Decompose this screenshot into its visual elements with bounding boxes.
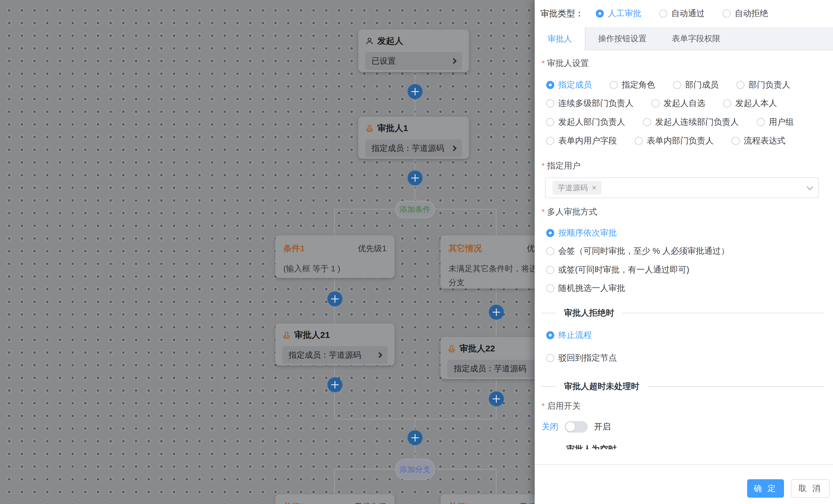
confirm-button[interactable]: 确 定 (747, 479, 784, 498)
chevron-right-icon (451, 146, 457, 151)
add-node-button[interactable] (408, 84, 423, 99)
node-parallel2-title: 并行2 (449, 501, 470, 504)
connector (334, 469, 335, 494)
radio-icon (757, 118, 765, 126)
radio-icon (546, 81, 554, 89)
node-approver21-title: 审批人21 (294, 329, 330, 341)
node-condition1-summary: (输入框 等于 1 ) (283, 262, 386, 276)
radio-initiator-dept-leader[interactable]: 发起人部门负责人 (546, 116, 625, 128)
node-condition1-priority: 优先级1 (358, 243, 386, 254)
user-tag: 芋道源码 × (552, 181, 601, 195)
radio-icon (546, 247, 554, 255)
radio-icon (732, 137, 740, 145)
radio-random-one[interactable]: 随机挑选一人审批 (546, 281, 625, 296)
radio-icon (546, 284, 554, 292)
radio-icon (546, 99, 554, 107)
node-config-drawer: 审批类型： 人工审批 自动通过 自动拒绝 审批人 操作按钮设置 表单字段权限 *… (535, 0, 833, 504)
radio-icon (546, 354, 554, 362)
node-start-summary[interactable]: 已设置 (365, 52, 462, 70)
empty-approver-section-partial: 审批人为空时 (542, 443, 824, 449)
node-parallel1-priority: 无优先级 (354, 501, 386, 504)
radio-assigned-member[interactable]: 指定成员 (546, 79, 592, 91)
radio-sequential-approve[interactable]: 按顺序依次审批 (546, 226, 617, 240)
stamp-icon (447, 345, 456, 353)
radio-icon (651, 99, 660, 107)
add-node-button[interactable] (408, 171, 423, 185)
tab-form-field-perms[interactable]: 表单字段权限 (659, 27, 733, 50)
radio-countersign[interactable]: 会签（可同时审批，至少 % 人必须审批通过） (546, 244, 729, 258)
approval-flow-designer: 发起人 已设置 审批人1 指定成员：芋道源码 添加条件 (0, 0, 833, 504)
radio-manual-approve[interactable]: 人工审批 (596, 8, 641, 19)
node-approver1-summary[interactable]: 指定成员：芋道源码 (365, 140, 462, 157)
radio-icon (546, 118, 554, 126)
radio-form-user-field[interactable]: 表单内用户字段 (546, 135, 617, 147)
radio-auto-reject[interactable]: 自动拒绝 (722, 8, 768, 19)
radio-form-dept-leader[interactable]: 表单内部门负责人 (635, 135, 714, 147)
node-condition-other-title: 其它情况 (449, 243, 482, 254)
radio-icon (546, 137, 554, 145)
node-start-title: 发起人 (377, 35, 403, 47)
enable-switch-label: *启用开关 (542, 400, 580, 412)
radio-icon (659, 9, 667, 18)
approver-setting-row4: 表单内用户字段 表单内部门负责人 流程表达式 (546, 134, 785, 148)
stamp-icon (282, 331, 291, 339)
add-condition-button[interactable]: 添加条件 (395, 201, 435, 218)
drawer-footer: 确 定 取 消 (535, 464, 833, 504)
radio-icon (546, 229, 554, 237)
assign-user-select[interactable]: 芋道源码 × (545, 177, 819, 198)
connector (496, 469, 497, 494)
add-node-button[interactable] (489, 392, 504, 406)
tag-close-icon[interactable]: × (592, 183, 596, 193)
user-icon (365, 37, 374, 46)
switch-on-label: 开启 (594, 421, 611, 433)
radio-icon (722, 9, 731, 18)
tab-approver[interactable]: 审批人 (535, 27, 586, 51)
radio-auto-pass[interactable]: 自动通过 (659, 8, 705, 19)
add-node-button[interactable] (328, 377, 342, 392)
node-parallel1[interactable]: 并行1 无优先级 (275, 494, 395, 504)
radio-icon (736, 81, 744, 89)
radio-dept-member[interactable]: 部门成员 (673, 79, 719, 91)
radio-user-group[interactable]: 用户组 (757, 116, 794, 128)
tab-button-settings[interactable]: 操作按钮设置 (586, 27, 659, 50)
radio-return-to-node[interactable]: 驳回到指定节点 (546, 351, 617, 365)
timeout-switch-row: 关闭 开启 (542, 419, 611, 435)
add-node-button[interactable] (328, 292, 342, 306)
radio-terminate-process[interactable]: 终止流程 (546, 328, 592, 343)
node-condition1-title: 条件1 (283, 243, 305, 254)
radio-orsign[interactable]: 或签(可同时审批，有一人通过即可) (546, 263, 689, 277)
add-branch-button[interactable]: 添加分支 (395, 459, 435, 480)
approver-setting-label: *审批人设置 (542, 58, 589, 69)
approver-setting-row2: 连续多级部门负责人 发起人自选 发起人本人 (546, 96, 777, 110)
approver-setting-row3: 发起人部门负责人 发起人连续部门负责人 用户组 (546, 115, 794, 129)
chevron-right-icon (376, 352, 382, 358)
radio-assigned-role[interactable]: 指定角色 (610, 79, 655, 91)
radio-initiator-multi-dept-leader[interactable]: 发起人连续部门负责人 (643, 116, 739, 128)
radio-icon (596, 9, 604, 18)
radio-process-expression[interactable]: 流程表达式 (732, 135, 785, 147)
add-node-button[interactable] (408, 430, 423, 445)
reject-section-divider: 审批人拒绝时 (542, 306, 824, 320)
connector (334, 419, 497, 420)
approval-type-label: 审批类型： (541, 8, 584, 20)
radio-icon (723, 99, 731, 107)
switch-off-label: 关闭 (542, 421, 558, 433)
timeout-toggle[interactable] (565, 421, 588, 433)
node-approver1[interactable]: 审批人1 指定成员：芋道源码 (358, 117, 469, 159)
timeout-section-title: 审批人超时未处理时 (564, 381, 639, 392)
config-tabs: 审批人 操作按钮设置 表单字段权限 (535, 27, 833, 50)
cancel-button[interactable]: 取 消 (791, 479, 830, 498)
timeout-section-divider: 审批人超时未处理时 (542, 379, 824, 394)
node-condition1[interactable]: 条件1 优先级1 (输入框 等于 1 ) (275, 235, 395, 278)
radio-multi-level-dept-leader[interactable]: 连续多级部门负责人 (546, 98, 634, 109)
add-node-button[interactable] (489, 305, 504, 320)
radio-initiator-select[interactable]: 发起人自选 (651, 98, 705, 109)
node-approver21[interactable]: 审批人21 指定成员：芋道源码 (275, 323, 395, 366)
radio-initiator-self[interactable]: 发起人本人 (723, 98, 777, 109)
radio-dept-leader[interactable]: 部门负责人 (736, 79, 790, 91)
node-approver1-title: 审批人1 (377, 122, 408, 134)
chevron-right-icon (451, 58, 457, 64)
node-start[interactable]: 发起人 已设置 (358, 29, 469, 72)
radio-icon (610, 81, 618, 89)
node-approver21-summary[interactable]: 指定成员：芋道源码 (282, 346, 388, 364)
